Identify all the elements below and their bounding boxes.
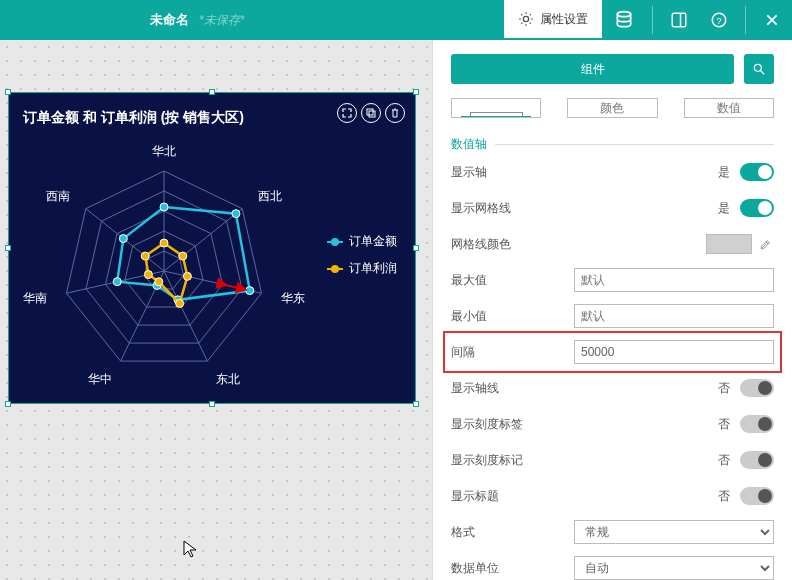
toggle-show-axis[interactable] <box>740 163 774 181</box>
svg-text:西南: 西南 <box>46 189 70 203</box>
prop-value: 否 <box>718 488 730 505</box>
prop-label: 显示轴 <box>451 164 571 181</box>
prop-label: 间隔 <box>451 344 571 361</box>
subtab-3-label: 数值 <box>717 100 741 117</box>
help-button[interactable]: ? <box>699 0 739 40</box>
svg-rect-1 <box>672 13 686 27</box>
svg-text:西北: 西北 <box>258 189 282 203</box>
svg-point-37 <box>183 272 191 280</box>
help-icon: ? <box>710 11 728 29</box>
row-interval: 间隔 <box>447 335 778 369</box>
input-interval[interactable] <box>574 340 774 364</box>
row-min: 最小值 <box>451 299 774 333</box>
legend-label: 订单金额 <box>349 233 397 250</box>
row-show-axis: 显示轴 是 <box>451 155 774 189</box>
eyedropper-button[interactable] <box>758 236 774 252</box>
toggle-tick-label[interactable] <box>740 415 774 433</box>
prop-value: 否 <box>718 452 730 469</box>
database-icon <box>614 10 634 30</box>
prop-label: 最小值 <box>451 308 571 325</box>
tab-data[interactable] <box>602 0 646 40</box>
subtab-3[interactable]: 数值 <box>684 98 774 118</box>
search-button[interactable] <box>744 54 774 84</box>
select-data-unit[interactable]: 自动 <box>574 556 774 580</box>
gear-icon <box>518 11 534 27</box>
svg-rect-5 <box>367 109 373 115</box>
toggle-show-grid[interactable] <box>740 199 774 217</box>
toggle-tick-mark[interactable] <box>740 451 774 469</box>
layout-icon <box>670 11 688 29</box>
component-button[interactable]: 组件 <box>451 54 734 84</box>
layout-button[interactable] <box>659 0 699 40</box>
svg-text:华中: 华中 <box>88 372 112 386</box>
separator <box>652 6 653 34</box>
section-numeric-axis: 数值轴 <box>451 136 774 153</box>
doc-title: 未命名 <box>150 11 189 29</box>
chart-delete-button[interactable] <box>385 103 405 123</box>
svg-point-0 <box>617 12 630 17</box>
svg-text:华东: 华东 <box>281 291 305 305</box>
subtab-2[interactable]: 颜色 <box>567 98 657 118</box>
prop-label: 显示网格线 <box>451 200 571 217</box>
subtab-1[interactable] <box>451 98 541 118</box>
toggle-axis-line[interactable] <box>740 379 774 397</box>
svg-point-27 <box>160 203 168 211</box>
resize-handle[interactable] <box>5 401 11 407</box>
resize-handle[interactable] <box>209 401 215 407</box>
component-button-label: 组件 <box>581 61 605 78</box>
svg-rect-6 <box>369 111 375 117</box>
prop-label: 显示标题 <box>451 488 571 505</box>
svg-point-38 <box>176 299 184 307</box>
legend-item: 订单金额 <box>327 233 397 250</box>
chart-copy-button[interactable] <box>361 103 381 123</box>
chart-toolbar <box>337 103 405 123</box>
row-format: 格式 常规 <box>451 515 774 549</box>
row-grid-color: 网格线颜色 <box>451 227 774 261</box>
svg-point-35 <box>160 239 168 247</box>
close-icon <box>764 12 780 28</box>
prop-label: 最大值 <box>451 272 571 289</box>
row-show-tick-mark: 显示刻度标记 否 <box>451 443 774 477</box>
row-data-unit: 数据单位 自动 <box>451 551 774 580</box>
close-button[interactable] <box>752 0 792 40</box>
svg-line-44 <box>761 71 765 75</box>
chart-title: 订单金额 和 订单利润 (按 销售大区) <box>23 109 244 127</box>
legend: 订单金额 订单利润 <box>327 233 397 287</box>
row-show-tick-label: 显示刻度标签 否 <box>451 407 774 441</box>
svg-line-42 <box>222 284 241 288</box>
svg-text:华南: 华南 <box>23 291 47 305</box>
legend-label: 订单利润 <box>349 260 397 277</box>
svg-point-33 <box>119 235 127 243</box>
svg-point-40 <box>144 271 152 279</box>
prop-value: 是 <box>718 164 730 181</box>
chart-widget[interactable]: 订单金额 和 订单利润 (按 销售大区) 华北西北华东东北华中华南西南 订单金额… <box>8 92 416 404</box>
resize-handle[interactable] <box>5 89 11 95</box>
input-min[interactable] <box>574 304 774 328</box>
svg-text:东北: 东北 <box>216 372 240 386</box>
title-area: 未命名 *未保存* <box>0 11 504 29</box>
cursor-icon <box>183 540 201 558</box>
chart-expand-button[interactable] <box>337 103 357 123</box>
canvas[interactable]: 订单金额 和 订单利润 (按 销售大区) 华北西北华东东北华中华南西南 订单金额… <box>0 40 432 580</box>
color-swatch[interactable] <box>706 234 752 254</box>
toggle-show-title[interactable] <box>740 487 774 505</box>
eyedropper-icon <box>759 237 773 251</box>
prop-value: 是 <box>718 200 730 217</box>
svg-text:华北: 华北 <box>152 144 176 158</box>
resize-handle[interactable] <box>413 89 419 95</box>
tab-properties[interactable]: 属性设置 <box>504 0 602 40</box>
resize-handle[interactable] <box>413 401 419 407</box>
resize-handle[interactable] <box>209 89 215 95</box>
prop-label: 数据单位 <box>451 560 571 577</box>
row-show-axis-line: 显示轴线 否 <box>451 371 774 405</box>
separator <box>745 6 746 34</box>
prop-label: 显示刻度标签 <box>451 416 571 433</box>
expand-icon <box>342 108 352 118</box>
input-max[interactable] <box>574 268 774 292</box>
unsaved-indicator: *未保存* <box>199 12 244 29</box>
top-bar: 未命名 *未保存* 属性设置 ? <box>0 0 792 40</box>
prop-label: 显示刻度标记 <box>451 452 571 469</box>
trash-icon <box>390 108 400 118</box>
prop-label: 网格线颜色 <box>451 236 571 253</box>
select-format[interactable]: 常规 <box>574 520 774 544</box>
